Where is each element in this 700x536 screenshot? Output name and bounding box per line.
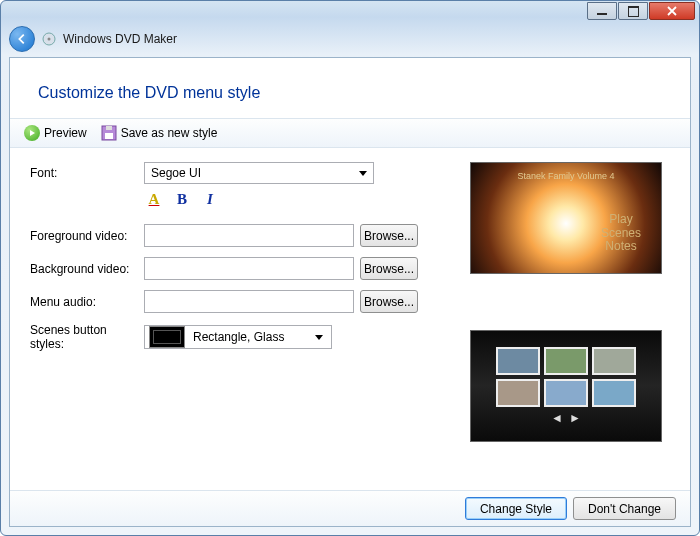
menu-audio-input[interactable] [144,290,354,313]
scenes-button-styles-value: Rectangle, Glass [193,330,307,344]
browse-background-button[interactable]: Browse... [360,257,418,280]
foreground-video-label: Foreground video: [30,229,144,243]
app-title: Windows DVD Maker [63,32,177,46]
browse-foreground-button[interactable]: Browse... [360,224,418,247]
dont-change-button[interactable]: Don't Change [573,497,676,520]
font-dropdown[interactable]: Segoe UI [144,162,374,184]
preview-dvd-links: Play Scenes Notes [601,213,641,253]
command-bar: Preview Save as new style [10,118,690,148]
page-heading: Customize the DVD menu style [10,58,690,118]
foreground-video-input[interactable] [144,224,354,247]
save-as-new-style-button[interactable]: Save as new style [101,125,218,141]
menu-audio-label: Menu audio: [30,295,144,309]
save-as-new-style-label: Save as new style [121,126,218,140]
browse-audio-button[interactable]: Browse... [360,290,418,313]
svg-rect-4 [106,126,112,130]
preview-label: Preview [44,126,87,140]
italic-button[interactable]: I [200,190,220,208]
navbar: Windows DVD Maker [1,23,699,55]
minimize-button[interactable] [587,2,617,20]
scene-thumb [544,347,588,375]
scene-thumb [496,347,540,375]
back-button[interactable] [9,26,35,52]
window-frame: Windows DVD Maker Customize the DVD menu… [0,0,700,536]
scenes-button-styles-label: Scenes button styles: [30,323,144,351]
scene-thumb [592,379,636,407]
menu-preview: Stanek Family Volume 4 Play Scenes Notes [470,162,662,274]
footer-bar: Change Style Don't Change [10,490,690,526]
play-icon [24,125,40,141]
preview-dvd-title: Stanek Family Volume 4 [471,171,661,181]
scene-thumb [544,379,588,407]
font-value: Segoe UI [151,166,201,180]
chevron-down-icon [355,165,371,181]
svg-point-1 [48,38,51,41]
next-arrow-icon: ► [569,411,581,425]
svg-rect-3 [105,133,113,139]
content-panel: Customize the DVD menu style Preview Sav… [9,57,691,527]
chevron-down-icon [311,329,327,345]
bold-button[interactable]: B [172,190,192,208]
background-video-input[interactable] [144,257,354,280]
scene-thumb [592,347,636,375]
scene-style-thumbnail [149,326,185,348]
preview-button[interactable]: Preview [24,125,87,141]
prev-arrow-icon: ◄ [551,411,563,425]
change-style-button[interactable]: Change Style [465,497,567,520]
titlebar [1,1,699,23]
maximize-button[interactable] [618,2,648,20]
scenes-preview: ◄ ► [470,330,662,442]
scenes-button-styles-dropdown[interactable]: Rectangle, Glass [144,325,332,349]
close-button[interactable] [649,2,695,20]
scene-thumb [496,379,540,407]
floppy-icon [101,125,117,141]
font-color-button[interactable]: A [144,190,164,208]
font-label: Font: [30,166,144,180]
background-video-label: Background video: [30,262,144,276]
app-icon [41,31,57,47]
